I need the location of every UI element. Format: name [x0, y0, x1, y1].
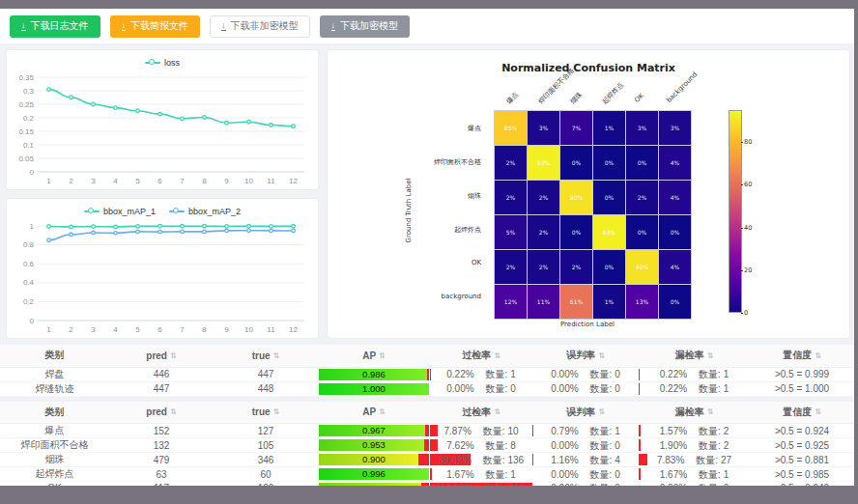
matrix-cell-3-2: 0%: [560, 215, 592, 249]
rate-count: 数量: 1: [590, 425, 620, 437]
column-header-label: 漏检率: [675, 406, 704, 419]
svg-text:6: 6: [157, 177, 162, 185]
column-header[interactable]: 置信度⇅: [750, 402, 854, 424]
confidence-value: >0.5 = 0.940: [750, 482, 854, 487]
sort-icon[interactable]: ⇅: [598, 407, 605, 416]
matrix-cell-1-1: 93%: [528, 146, 559, 180]
column-header-label: pred: [146, 350, 167, 361]
confidence-value: >0.5 = 0.925: [750, 438, 854, 453]
rate-percent: 1.57%: [660, 425, 687, 437]
column-header[interactable]: 置信度⇅: [750, 345, 854, 367]
svg-text:7: 7: [180, 325, 185, 334]
legend-item-bbox_mAP_1[interactable]: bbox_mAP_1: [84, 207, 156, 216]
matrix-cell-1-2: 0%: [560, 146, 592, 180]
matrix-cell-2-2: 90%: [560, 181, 592, 214]
column-header[interactable]: pred⇅: [109, 402, 214, 424]
download-log-button[interactable]: ↓ 下载日志文件: [10, 15, 100, 38]
matrix-cell-2-4: 2%: [626, 181, 658, 214]
rate-percent: 0.22%: [446, 368, 473, 380]
column-header[interactable]: pred⇅: [109, 345, 214, 367]
svg-text:0.6: 0.6: [23, 260, 35, 268]
svg-text:10: 10: [244, 177, 253, 185]
over-detection-rate: 0.00% 数量: 0: [430, 381, 532, 396]
sort-icon[interactable]: ⇅: [170, 407, 177, 416]
miss-rate: 0.22% 数量: 1: [639, 381, 750, 396]
charts-area: loss 00.050.10.150.20.250.30.35123456789…: [0, 43, 854, 345]
sort-icon[interactable]: ⇅: [494, 351, 500, 360]
matrix-cell-4-1: 2%: [528, 250, 559, 284]
legend-label: loss: [164, 58, 180, 68]
download-unencrypted-model-button[interactable]: ↓ 下载非加密模型: [210, 15, 310, 38]
colorbar-tick: 20: [741, 267, 752, 274]
confidence-value: >0.5 = 0.924: [750, 424, 854, 438]
misjudge-rate: 0.00% 数量: 0: [532, 438, 639, 453]
rate-percent: 1.67%: [446, 468, 473, 481]
rate-count: 数量: 0: [699, 482, 729, 486]
sort-icon[interactable]: ⇅: [494, 407, 500, 416]
matrix-cell-5-5: 0%: [659, 285, 691, 319]
matrix-cell-0-5: 3%: [659, 111, 691, 145]
svg-text:9: 9: [224, 177, 229, 185]
column-header[interactable]: true⇅: [214, 402, 318, 424]
over-detection-rate: 7.62% 数量: 8: [430, 438, 532, 453]
column-header[interactable]: 误判率⇅: [532, 345, 639, 367]
matrix-cell-1-0: 2%: [495, 146, 527, 180]
rate-count: 数量: 1: [699, 368, 729, 380]
misjudge-rate: 0.79% 数量: 1: [532, 424, 639, 438]
colorbar-tick: 40: [741, 225, 752, 232]
download-encrypted-model-button[interactable]: ↓ 下载加密模型: [320, 15, 411, 38]
column-header-label: AP: [362, 406, 376, 417]
download-icon: ↓: [122, 21, 127, 31]
sort-icon[interactable]: ⇅: [273, 351, 280, 360]
svg-text:0.2: 0.2: [23, 297, 35, 306]
sort-icon[interactable]: ⇅: [379, 351, 386, 360]
matrix-cell-5-3: 1%: [593, 285, 625, 319]
matrix-cell-4-0: 2%: [495, 250, 527, 284]
sort-icon[interactable]: ⇅: [598, 351, 605, 360]
detection-metrics-table-1: 类别 pred⇅ true⇅ AP⇅ 过检率⇅ 误判率⇅ 漏检率⇅ 置信度⇅ 焊…: [0, 345, 854, 397]
matrix-colorbar: 020406080: [729, 110, 742, 313]
column-header[interactable]: 漏检率⇅: [639, 345, 750, 367]
column-header-label: 置信度: [783, 349, 812, 362]
ap-bar: 0.953: [319, 439, 429, 451]
sort-icon[interactable]: ⇅: [707, 351, 714, 360]
map-chart-card: bbox_mAP_1 bbox_mAP_2 00.20.40.60.811234…: [6, 198, 319, 339]
svg-text:7: 7: [180, 177, 185, 185]
rate-count: 数量: 1: [699, 382, 729, 395]
svg-text:0.35: 0.35: [18, 73, 34, 82]
matrix-cell-3-3: 93%: [593, 215, 625, 249]
column-header[interactable]: AP⇅: [318, 345, 430, 367]
sort-icon[interactable]: ⇅: [273, 407, 280, 416]
misjudge-rate: 0.00% 数量: 0: [532, 482, 639, 487]
true-count: 60: [214, 467, 318, 482]
rate-count: 数量: 0: [590, 368, 620, 380]
sort-icon[interactable]: ⇅: [379, 407, 386, 416]
download-report-button[interactable]: ↓ 下载简报文件: [110, 15, 201, 38]
table-row: 爆点 152 127 0.967 7.87% 数量: 10 0.79% 数量: …: [0, 424, 854, 438]
legend-item-loss[interactable]: loss: [145, 58, 180, 68]
column-header[interactable]: 误判率⇅: [532, 402, 639, 424]
column-header-label: 过检率: [462, 406, 491, 419]
rate-count: 数量: 8: [486, 439, 516, 452]
sort-icon[interactable]: ⇅: [815, 407, 821, 416]
legend-item-bbox_mAP_2[interactable]: bbox_mAP_2: [169, 207, 241, 216]
legend-line-icon: [169, 208, 185, 215]
svg-text:5: 5: [135, 177, 140, 185]
column-header[interactable]: true⇅: [214, 345, 318, 367]
toolbar: ↓ 下载日志文件 ↓ 下载简报文件 ↓ 下载非加密模型 ↓ 下载加密模型: [0, 9, 854, 43]
loss-chart: 00.050.10.150.20.250.30.3512345678910111…: [9, 71, 316, 187]
column-header[interactable]: AP⇅: [318, 402, 430, 424]
class-name: 焊盘: [0, 367, 109, 381]
sort-icon[interactable]: ⇅: [707, 407, 714, 416]
map-chart-legend: bbox_mAP_1 bbox_mAP_2: [9, 203, 316, 220]
matrix-col-label: OK: [633, 92, 645, 104]
sort-icon[interactable]: ⇅: [815, 351, 821, 360]
column-header[interactable]: 过检率⇅: [430, 402, 532, 424]
miss-rate: 7.83% 数量: 27: [639, 453, 750, 467]
column-header[interactable]: 过检率⇅: [430, 345, 532, 367]
legend-label: bbox_mAP_1: [103, 207, 156, 216]
sort-icon[interactable]: ⇅: [170, 351, 177, 360]
matrix-ylabel: Ground Truth Label: [405, 172, 413, 249]
column-header[interactable]: 漏检率⇅: [639, 402, 750, 424]
download-report-label: 下载简报文件: [130, 19, 188, 33]
